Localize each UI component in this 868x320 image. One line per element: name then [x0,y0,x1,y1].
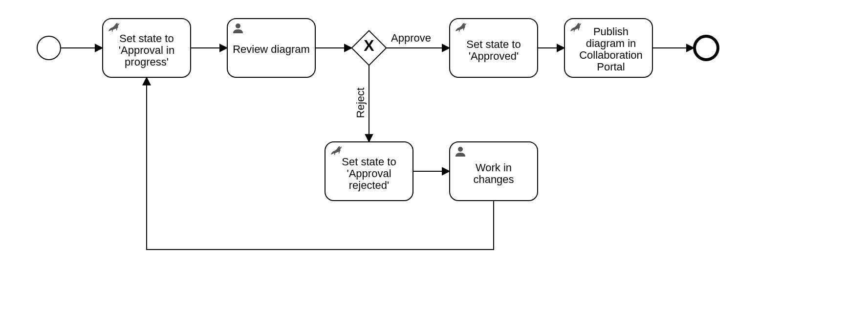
task-publish-diagram[interactable]: Publish diagram in Collaboration Portal [564,19,652,77]
start-event[interactable] [37,36,61,60]
task-set-approval-rejected[interactable]: Set state to 'Approval rejected' [325,142,413,201]
task-label: 'Approval [347,167,391,180]
task-label: 'Approval in [119,44,174,56]
task-label: diagram in [586,37,636,49]
task-label: progress' [125,56,169,68]
edge-label-approve: Approve [391,32,431,44]
task-label: Set state to [119,32,174,45]
task-label: Portal [597,61,625,73]
task-label: 'Approved' [469,50,519,62]
task-label: changes [473,173,514,185]
task-set-approval-in-progress[interactable]: Set state to 'Approval in progress' [103,19,191,77]
edge-label-reject: Reject [354,88,367,118]
task-label: Collaboration [579,49,643,61]
task-label: Work in [476,161,512,174]
task-label: rejected' [349,179,389,191]
task-set-approved[interactable]: Set state to 'Approved' [450,19,538,77]
task-label: Set state to [466,38,521,50]
task-label: Set state to [342,156,396,168]
exclusive-gateway[interactable]: X [352,31,387,66]
edge-work-to-in-progress [147,77,494,250]
task-work-in-changes[interactable]: Work in changes [450,142,538,201]
bpmn-diagram: Approve Reject Set state to 'Approval in… [0,0,868,320]
task-review-diagram[interactable]: Review diagram [227,19,315,77]
task-label: Publish [593,25,629,38]
end-event[interactable] [694,36,718,60]
gateway-x-icon: X [364,37,374,54]
task-label: Review diagram [233,43,310,55]
